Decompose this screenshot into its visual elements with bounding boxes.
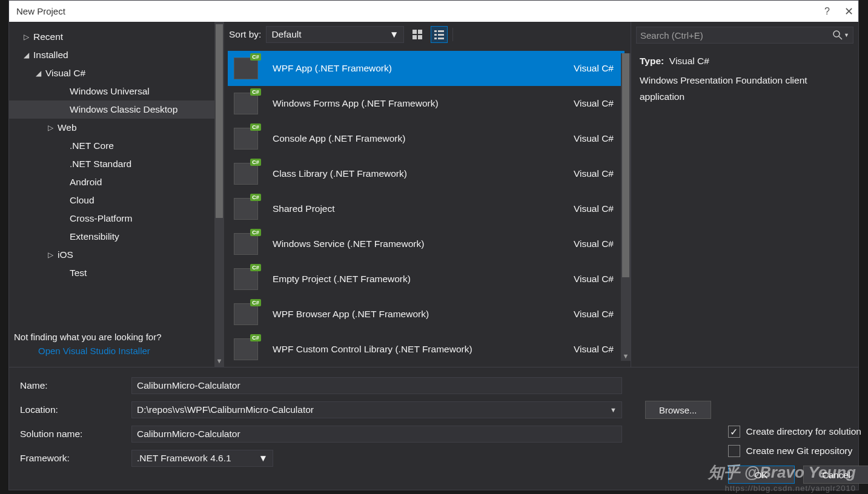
template-language: Visual C#: [574, 239, 614, 249]
close-icon[interactable]: ✕: [844, 5, 853, 18]
sidebar-item[interactable]: Extensibility: [9, 228, 224, 246]
project-settings: Name: CaliburnMicro-Calculator Location:…: [9, 367, 858, 490]
csharp-badge-icon: C#: [250, 229, 261, 236]
svg-rect-3: [418, 35, 422, 39]
template-scroll-thumb[interactable]: [622, 53, 629, 277]
expand-closed-icon[interactable]: ▷: [21, 33, 31, 41]
svg-rect-1: [418, 30, 422, 34]
expand-open-icon[interactable]: ◢: [21, 51, 31, 59]
sidebar-item-label: Cloud: [70, 195, 94, 206]
template-item[interactable]: C#Class Library (.NET Framework)Visual C…: [228, 156, 624, 191]
create-git-checkbox[interactable]: [728, 445, 740, 457]
window-title: New Project: [16, 6, 65, 16]
template-name: WPF Browser App (.NET Framework): [273, 309, 562, 320]
template-name: Console App (.NET Framework): [273, 133, 562, 144]
template-scroll-down-icon[interactable]: ▼: [621, 352, 631, 360]
template-item[interactable]: C#Empty Project (.NET Framework)Visual C…: [228, 262, 624, 297]
template-name: WPF Custom Control Library (.NET Framewo…: [273, 344, 562, 355]
sidebar-scroll-down-icon[interactable]: ▼: [214, 357, 224, 364]
sidebar-scrollbar[interactable]: ▼: [214, 22, 224, 367]
csharp-badge-icon: C#: [250, 53, 261, 61]
sidebar-item[interactable]: .NET Standard: [9, 155, 224, 173]
sidebar-item[interactable]: Windows Universal: [9, 82, 224, 100]
template-language: Visual C#: [574, 309, 614, 320]
sidebar-item-label: .NET Core: [70, 140, 114, 151]
template-item[interactable]: C#Windows Forms App (.NET Framework)Visu…: [228, 86, 624, 121]
csharp-badge-icon: C#: [250, 334, 261, 341]
search-icon: [833, 30, 843, 40]
csharp-badge-icon: C#: [250, 159, 261, 166]
framework-select[interactable]: .NET Framework 4.6.1 ▼: [131, 450, 273, 467]
template-language: Visual C#: [574, 274, 614, 285]
sidebar-item[interactable]: ▷Recent: [9, 28, 224, 46]
csharp-badge-icon: C#: [250, 264, 261, 271]
sidebar-item[interactable]: Windows Classic Desktop: [9, 100, 224, 119]
help-icon[interactable]: ?: [824, 6, 830, 17]
template-item[interactable]: C#Console App (.NET Framework)Visual C#: [228, 121, 624, 156]
sidebar-item[interactable]: ◢Installed: [9, 46, 224, 64]
sort-by-value: Default: [271, 29, 301, 40]
sidebar-item-label: Visual C#: [45, 68, 85, 79]
search-input[interactable]: Search (Ctrl+E) ▼: [636, 27, 853, 44]
sidebar-item[interactable]: ◢Visual C#: [9, 64, 224, 82]
not-finding-hint: Not finding what you are looking for?: [14, 332, 224, 342]
sidebar-item-label: Windows Classic Desktop: [70, 104, 177, 115]
cancel-button[interactable]: Cancel: [803, 466, 868, 484]
template-item[interactable]: C#Shared ProjectVisual C#: [228, 191, 624, 226]
search-placeholder: Search (Ctrl+E): [640, 30, 703, 41]
sidebar-item[interactable]: ▷iOS: [9, 246, 224, 264]
template-icon: C#: [231, 300, 260, 329]
sidebar-item-label: Windows Universal: [70, 86, 150, 97]
sidebar-item-label: Cross-Platform: [70, 213, 132, 224]
expand-closed-icon[interactable]: ▷: [45, 123, 55, 132]
template-item[interactable]: C#Windows Service (.NET Framework)Visual…: [228, 226, 624, 262]
template-name: Windows Service (.NET Framework): [273, 239, 562, 249]
csharp-badge-icon: C#: [250, 299, 261, 306]
sidebar-scroll-thumb[interactable]: [216, 24, 223, 218]
template-item[interactable]: C#WPF Custom Control Library (.NET Frame…: [228, 332, 624, 367]
view-large-icons-button[interactable]: [409, 26, 426, 43]
sidebar-item[interactable]: Test: [9, 264, 224, 282]
template-item[interactable]: C#WPF Browser App (.NET Framework)Visual…: [228, 297, 624, 332]
sidebar-item[interactable]: Cross-Platform: [9, 209, 224, 228]
expand-closed-icon[interactable]: ▷: [45, 251, 55, 259]
template-name: Class Library (.NET Framework): [273, 168, 562, 179]
create-directory-checkbox[interactable]: ✓: [728, 426, 740, 438]
open-installer-link[interactable]: Open Visual Studio Installer: [38, 346, 224, 356]
expand-open-icon[interactable]: ◢: [33, 69, 43, 77]
chevron-down-icon: ▼: [389, 29, 399, 40]
template-item[interactable]: C#WPF App (.NET Framework)Visual C#: [228, 51, 624, 86]
sidebar-item-label: Installed: [33, 50, 68, 61]
new-project-dialog: New Project ? ✕ ▷Recent◢Installed◢Visual…: [8, 0, 859, 490]
chevron-down-icon: ▼: [610, 406, 617, 413]
template-icon: C#: [231, 265, 260, 294]
location-input[interactable]: D:\repos\vs\WPF\CaliburnMicro-Calculator…: [131, 401, 622, 418]
template-name: Windows Forms App (.NET Framework): [273, 98, 562, 109]
template-description: Windows Presentation Foundation client a…: [640, 73, 850, 105]
sidebar-item[interactable]: ▷Web: [9, 119, 224, 137]
details-panel: Search (Ctrl+E) ▼ Type: Visual C# Window…: [631, 22, 858, 367]
view-list-button[interactable]: [431, 26, 448, 43]
svg-point-10: [833, 31, 840, 37]
ok-button[interactable]: OK: [728, 466, 795, 484]
sidebar-item[interactable]: Android: [9, 173, 224, 191]
framework-label: Framework:: [20, 453, 125, 464]
sort-by-select[interactable]: Default ▼: [266, 26, 404, 43]
template-scrollbar[interactable]: ▼: [621, 53, 631, 361]
search-dropdown-icon[interactable]: ▼: [844, 32, 849, 38]
create-git-label: Create new Git repository: [746, 446, 853, 456]
name-input[interactable]: CaliburnMicro-Calculator: [131, 377, 622, 394]
template-language: Visual C#: [574, 344, 614, 355]
sidebar-item[interactable]: Cloud: [9, 191, 224, 209]
sidebar-item[interactable]: .NET Core: [9, 137, 224, 155]
template-icon: C#: [231, 229, 260, 259]
svg-rect-5: [438, 30, 444, 32]
svg-rect-7: [438, 34, 444, 36]
template-language: Visual C#: [574, 63, 614, 74]
browse-button[interactable]: Browse...: [645, 401, 711, 419]
solution-name-input[interactable]: CaliburnMicro-Calculator: [131, 426, 622, 443]
svg-rect-0: [412, 30, 417, 34]
csharp-badge-icon: C#: [250, 88, 261, 96]
sidebar-item-label: .NET Standard: [70, 159, 131, 170]
sort-by-label: Sort by:: [229, 29, 261, 40]
